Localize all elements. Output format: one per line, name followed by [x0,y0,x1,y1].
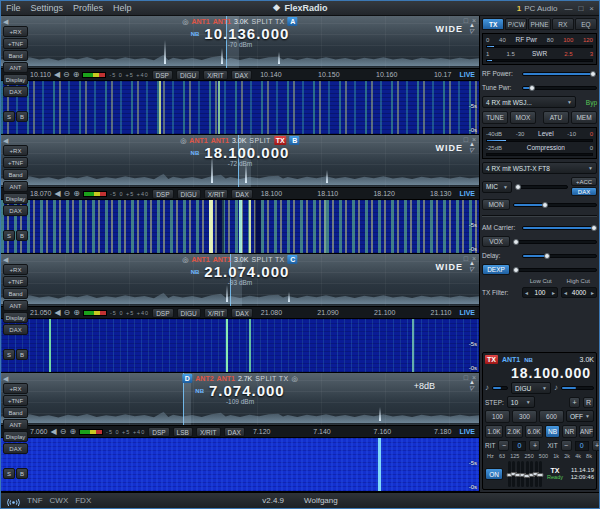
panel-close-icon[interactable]: × [472,255,476,262]
wide-button[interactable]: WIDE [436,24,464,34]
dax-button[interactable]: DAX [3,86,28,97]
pan-left-icon[interactable]: ◀ [54,71,60,79]
menu-file[interactable]: File [6,3,21,13]
nb-indicator[interactable]: NB [191,31,200,37]
headphone-icon[interactable]: ♪ [554,384,558,392]
collapse-arrow-icon[interactable]: ◀ [3,375,28,382]
acc-button[interactable]: +ACC [571,177,597,186]
b-button[interactable]: B [16,468,28,479]
tx-antenna-label[interactable]: ANT1 [213,256,231,263]
dax-tx-button[interactable]: DAX [571,187,597,196]
filter-6k-button[interactable]: 6.0K [525,425,543,438]
band-button[interactable]: Band [3,288,28,299]
close-icon[interactable]: × [589,4,594,13]
nb-indicator[interactable]: NB [195,388,204,394]
panel-close-icon[interactable]: × [472,17,476,24]
pan-left-icon[interactable]: ◀ [54,190,60,198]
spectrum-c[interactable]: ◎ ANT1 ANT1 3.0K SPLIT TX C NB 21.074.00… [1,254,479,306]
filter-width-label[interactable]: 3.0K [232,137,246,144]
add-rx-button[interactable]: +RX [3,383,28,394]
collapse-arrow-icon[interactable]: ◀ [3,256,28,263]
fdx-button[interactable]: FDX [75,496,91,505]
maximize-icon[interactable]: □ [578,4,583,13]
step-right-icon[interactable]: ▸ [552,289,555,296]
slice-flag-a[interactable]: ◎ ANT1 ANT1 3.0K SPLIT TX A NB 10.136.00… [182,17,297,48]
eq-on-button[interactable]: ON [485,468,503,480]
add-rx-button[interactable]: +RX [3,26,28,37]
nr-button[interactable]: NR [562,425,577,438]
slice-frequency-display[interactable]: 18.100.000 [485,366,594,380]
zoom-out-icon[interactable]: ⊖ [63,71,70,79]
dax-button[interactable]: DAX [3,324,28,335]
menu-profiles[interactable]: Profiles [73,3,103,13]
xrit-button[interactable]: X/RIT [204,189,229,199]
zoom-in-icon[interactable]: ⊕ [73,190,80,198]
lock-icon[interactable]: ◎ [182,256,188,264]
panel-maximize-icon[interactable]: □ [464,374,468,381]
tune-button[interactable]: TUNE [482,111,508,124]
eq-band-slider[interactable] [539,461,542,487]
down-arrow-icon[interactable]: ▽ [469,147,475,153]
waterfall-c[interactable]: -5s -0s [1,319,479,372]
monitor-slider[interactable] [513,203,597,207]
b-button[interactable]: B [16,349,28,360]
atu-button[interactable]: ATU [543,111,569,124]
b-button[interactable]: B [16,230,28,241]
display-button[interactable]: Display [3,74,28,85]
collapse-arrow-icon[interactable]: ◀ [3,137,28,144]
mic-profile-dropdown[interactable]: 4 RX mit WSJT-X FT8 ▼ [482,162,597,174]
band-button[interactable]: Band [3,407,28,418]
filter-width-label[interactable]: 2.7K [238,375,252,382]
spectrum-a[interactable]: ◎ ANT1 ANT1 3.0K SPLIT TX A NB 10.136.00… [1,16,479,68]
tx-antenna-label[interactable]: ANT1 [217,375,235,382]
vox-slider[interactable] [513,240,597,244]
rit-minus-button[interactable]: − [498,440,509,451]
mode-button[interactable]: LSB [173,427,193,437]
nb-indicator[interactable]: NB [524,357,533,363]
anf-button[interactable]: ANF [579,425,594,438]
dsp-button[interactable]: DSP [152,189,173,199]
rit-plus-button[interactable]: + [529,440,540,451]
high-cut-stepper[interactable]: ◂ 4000 ▸ [561,287,597,298]
menu-help[interactable]: Help [113,3,132,13]
panel-close-icon[interactable]: × [472,136,476,143]
rx-antenna-label[interactable]: ANT1 [189,137,207,144]
dax-button[interactable]: DAX [3,443,28,454]
mic-gain-slider[interactable] [515,185,568,189]
rf-power-slider[interactable] [522,72,597,76]
band-button[interactable]: Band [3,50,28,61]
cwx-button[interactable]: CWX [50,496,69,505]
dax-button[interactable]: DAX [3,205,28,216]
add-rx-button[interactable]: +RX [3,264,28,275]
add-tnf-button[interactable]: +TNF [3,395,28,406]
display-button[interactable]: Display [3,431,28,442]
display-button[interactable]: Display [3,312,28,323]
waterfall-d[interactable]: -5s -0s [1,438,479,491]
filter-300-button[interactable]: 300 [512,410,537,423]
rx-antenna-label[interactable]: ANT1 [191,18,209,25]
ant-button[interactable]: ANT [3,62,28,73]
minimize-icon[interactable]: — [564,4,572,13]
tab-rx[interactable]: RX [552,18,574,30]
filter-width-label[interactable]: 3.0K [234,18,248,25]
add-rx-button[interactable]: +RX [3,145,28,156]
b-button[interactable]: B [16,111,28,122]
frequency-display[interactable]: 18.100.000 [204,145,289,160]
lock-icon[interactable]: ◎ [180,137,186,145]
down-arrow-icon[interactable]: ▽ [469,28,475,34]
dsp-button[interactable]: DSP [152,308,173,318]
lock-icon[interactable]: ◎ [182,18,188,26]
zoom-out-icon[interactable]: ⊖ [64,309,71,317]
dax-button[interactable]: DAX [231,189,252,199]
am-carrier-slider[interactable] [522,226,597,230]
tab-pcw[interactable]: P/CW [505,18,527,30]
frequency-display[interactable]: 21.074.000 [204,264,289,279]
display-button[interactable]: Display [3,193,28,204]
pan-left-icon[interactable]: ◀ [54,309,60,317]
step-left-icon[interactable]: ◂ [525,289,528,296]
xit-plus-button[interactable]: + [592,440,599,451]
record-button[interactable]: R [583,397,594,408]
nb-indicator[interactable]: NB [191,150,200,156]
slice-letter-badge[interactable]: B [290,136,300,145]
xit-minus-button[interactable]: − [561,440,572,451]
